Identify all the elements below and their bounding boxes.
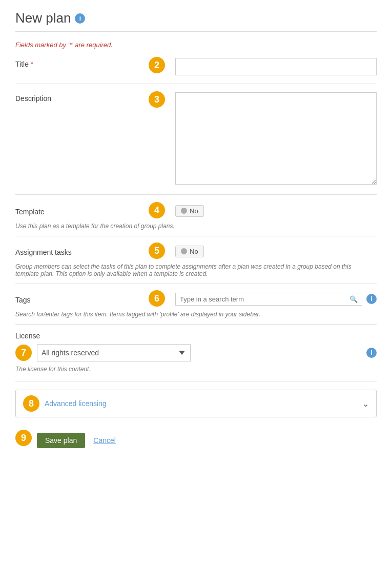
license-label: License	[15, 332, 377, 340]
template-label: Template	[15, 208, 45, 216]
advanced-licensing-section: 8 Advanced licensing ⌄	[15, 390, 377, 417]
tags-label: Tags	[15, 296, 31, 304]
assignment-toggle-label: No	[190, 248, 198, 255]
advanced-licensing-toggle[interactable]: 8 Advanced licensing ⌄	[16, 390, 376, 417]
assignment-toggle-button[interactable]: No	[175, 246, 204, 257]
step-badge-6: 6	[149, 290, 165, 307]
template-toggle-dot	[181, 208, 187, 214]
title-required-star: *	[31, 60, 33, 68]
title-label: Title *	[15, 60, 33, 68]
step-badge-5: 5	[149, 243, 165, 259]
step-badge-8: 8	[23, 395, 39, 412]
template-toggle-button[interactable]: No	[175, 205, 204, 217]
advanced-licensing-label: Advanced licensing	[45, 399, 362, 408]
description-input[interactable]	[175, 92, 377, 185]
tags-info-icon[interactable]: i	[366, 294, 377, 304]
step-badge-7: 7	[15, 345, 32, 361]
license-select[interactable]: All rights reserved	[37, 344, 191, 361]
required-note: Fields marked by '*' are required.	[15, 41, 377, 49]
assignment-label: Assignment tasks	[15, 248, 72, 256]
save-plan-button[interactable]: Save plan	[37, 433, 85, 448]
tags-search-icon: 🔍	[349, 295, 358, 303]
advanced-chevron-icon: ⌄	[362, 399, 369, 409]
description-label: Description	[15, 94, 51, 103]
title-info-icon[interactable]: i	[75, 13, 85, 24]
step-badge-9: 9	[15, 430, 32, 446]
assignment-helper: Group members can select the tasks of th…	[15, 263, 377, 277]
assignment-toggle-dot	[181, 248, 187, 254]
step-badge-3: 3	[149, 91, 165, 108]
template-helper: Use this plan as a template for the crea…	[15, 223, 377, 230]
tags-search-wrapper: 🔍	[175, 293, 362, 306]
cancel-button[interactable]: Cancel	[93, 436, 116, 445]
license-info-icon[interactable]: i	[366, 348, 377, 358]
tags-helper: Search for/enter tags for this item. Ite…	[15, 311, 377, 318]
tags-search-input[interactable]	[180, 295, 349, 303]
step-badge-2: 2	[149, 57, 165, 73]
license-helper: The license for this content.	[15, 366, 377, 373]
step-badge-4: 4	[149, 202, 165, 218]
title-input[interactable]	[175, 58, 377, 75]
page-title: New plan	[15, 10, 71, 26]
template-toggle-label: No	[190, 207, 198, 215]
